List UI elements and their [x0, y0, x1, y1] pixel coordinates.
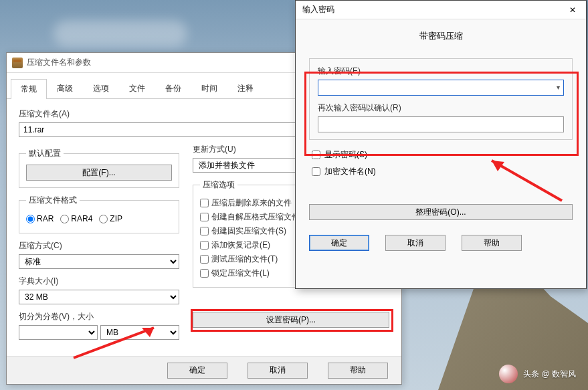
confirm-password-label: 再次输入密码以确认(R)	[318, 102, 564, 114]
format-zip-radio[interactable]: ZIP	[99, 214, 122, 223]
password-dialog-header: 带密码压缩	[296, 19, 586, 53]
dialog-button-bar: 确定 取消 帮助	[7, 356, 401, 384]
avatar-icon	[499, 365, 518, 383]
tab-time[interactable]: 时间	[191, 78, 227, 98]
ok-button[interactable]: 确定	[167, 363, 227, 379]
chevron-down-icon[interactable]: ▾	[557, 84, 560, 91]
split-volume-label: 切分为分卷(V)，大小	[19, 311, 179, 322]
password-input[interactable]	[318, 80, 564, 96]
password-ok-button[interactable]: 确定	[309, 235, 369, 251]
password-cancel-button[interactable]: 取消	[385, 235, 446, 251]
password-help-button[interactable]: 帮助	[462, 235, 522, 251]
dialog-title: 压缩文件名和参数	[27, 57, 91, 68]
watermark-text: 头条 @ 数智风	[523, 369, 576, 380]
app-icon	[12, 58, 23, 68]
tab-options[interactable]: 选项	[83, 78, 119, 98]
enter-password-label: 输入密码(E)	[318, 66, 564, 77]
format-rar-radio[interactable]: RAR	[26, 214, 54, 223]
compression-method-label: 压缩方式(C)	[19, 240, 179, 252]
confirm-password-input[interactable]	[318, 116, 564, 132]
password-dialog-buttons: 确定 取消 帮助	[296, 225, 586, 260]
close-icon: ✕	[569, 5, 576, 15]
dictionary-size-select[interactable]: 32 MB	[19, 290, 179, 304]
tab-general[interactable]: 常规	[11, 79, 47, 99]
dictionary-size-label: 字典大小(I)	[19, 276, 179, 287]
help-button[interactable]: 帮助	[328, 363, 388, 379]
close-button[interactable]: ✕	[559, 1, 586, 19]
password-dialog-titlebar[interactable]: 输入密码 ✕	[296, 1, 586, 19]
password-dialog: 输入密码 ✕ 带密码压缩 输入密码(E) ▾ 再次输入密码以确认(R) 显示密码…	[295, 0, 587, 289]
encrypt-filenames-checkbox[interactable]: 加密文件名(N)	[312, 166, 573, 177]
default-profile-group: 默认配置 配置(F)...	[19, 148, 179, 188]
tab-files[interactable]: 文件	[119, 78, 155, 98]
password-fields-group: 输入密码(E) ▾ 再次输入密码以确认(R)	[309, 58, 573, 140]
watermark: 头条 @ 数智风	[499, 365, 576, 383]
set-password-button[interactable]: 设置密码(P)...	[193, 312, 389, 328]
tab-advanced[interactable]: 高级	[47, 78, 83, 98]
compression-options-legend: 压缩选项	[200, 179, 237, 191]
format-rar4-radio[interactable]: RAR4	[60, 214, 92, 223]
tab-comment[interactable]: 注释	[227, 78, 264, 98]
default-profile-legend: 默认配置	[26, 148, 64, 159]
archive-format-group: 压缩文件格式 RAR RAR4 ZIP	[19, 195, 179, 233]
show-password-checkbox[interactable]: 显示密码(S)	[312, 149, 573, 161]
split-size-select[interactable]	[19, 325, 98, 340]
tab-backup[interactable]: 备份	[155, 78, 191, 98]
compression-method-select[interactable]: 标准	[19, 254, 179, 269]
profiles-button[interactable]: 配置(F)...	[26, 165, 172, 181]
cancel-button[interactable]: 取消	[248, 363, 308, 379]
password-dialog-title: 输入密码	[302, 4, 334, 15]
organize-passwords-button[interactable]: 整理密码(O)...	[309, 204, 573, 220]
split-unit-select[interactable]: MB	[100, 325, 179, 340]
archive-format-legend: 压缩文件格式	[26, 195, 80, 206]
